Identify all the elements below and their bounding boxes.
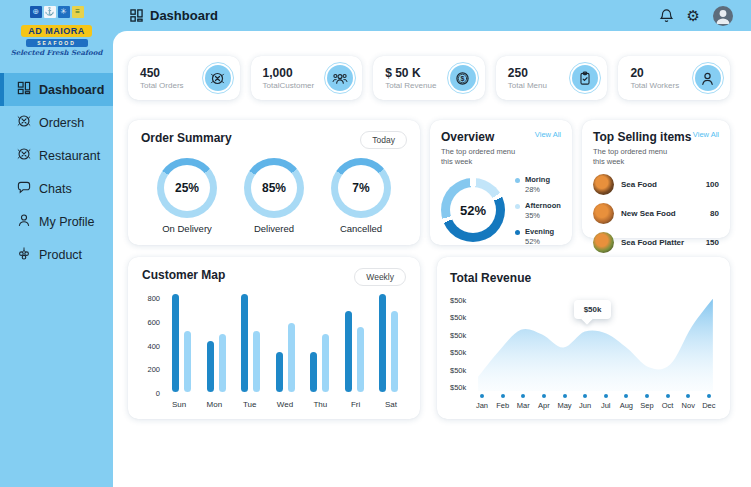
stat-text: 1,000TotalCustomer <box>263 66 315 91</box>
bar-primary <box>310 352 317 392</box>
bar-group-mon <box>207 334 226 392</box>
list-item[interactable]: New Sea Food80 <box>593 203 719 224</box>
sidebar-item-product[interactable]: Product <box>0 238 113 271</box>
sidebar-item-label: My Profile <box>39 215 95 229</box>
x-tick-label: Mar <box>517 401 530 410</box>
legend-label: Moring <box>525 175 550 185</box>
order-donut-delivered: 85%Delivered <box>244 158 304 234</box>
item-name: Sea Food <box>621 180 657 189</box>
x-tick-label: Feb <box>496 401 509 410</box>
gear-icon[interactable]: ⚙ <box>687 7 700 25</box>
y-tick-label: 400 <box>142 342 160 351</box>
profile-icon <box>17 213 31 230</box>
x-tick-label: Oct <box>662 401 674 410</box>
stat-value: 1,000 <box>263 66 315 81</box>
x-tick-label: Fri <box>344 400 368 409</box>
data-point-dot <box>645 394 649 398</box>
total-revenue-card: Total Revenue $50k$50k$50k$50k$50k$50k <box>437 257 730 419</box>
logo-title: AD MAIORA <box>21 25 92 37</box>
sidebar-item-ordersh[interactable]: Ordersh <box>0 106 113 139</box>
page-title-text: Dashboard <box>150 8 218 23</box>
month-feb: Feb <box>495 394 511 410</box>
revenue-y-axis: $50k$50k$50k$50k$50k$50k <box>450 292 474 392</box>
brand-logo: ⊕ ⚓ ✳ ≡ AD MAIORA SEAFOOD Selected Fresh… <box>0 0 113 57</box>
sidebar-item-restaurant[interactable]: Restaurant <box>0 139 113 172</box>
overview-subtitle: The top ordered menu this week <box>441 147 521 167</box>
legend-text: Afternoon35% <box>525 201 561 220</box>
top-selling-view-all-link[interactable]: View All <box>693 130 719 139</box>
bar-secondary <box>184 331 191 392</box>
bar-secondary <box>288 323 295 392</box>
menu-lines-icon: ≡ <box>72 6 84 18</box>
bar-group-sat <box>379 294 398 392</box>
donut-label: On Delivery <box>157 223 217 234</box>
x-tick-label: Nov <box>682 401 695 410</box>
list-item[interactable]: Sea Food100 <box>593 174 719 195</box>
sidebar-item-label: Product <box>39 248 82 262</box>
data-point-dot <box>624 394 628 398</box>
y-tick-label: $50k <box>450 296 474 305</box>
page-title: Dashboard <box>130 8 218 23</box>
sidebar-item-label: Ordersh <box>39 116 84 130</box>
svg-text:$: $ <box>461 75 465 83</box>
bar-secondary <box>357 327 364 392</box>
data-point-dot <box>542 394 546 398</box>
sidebar-item-my-profile[interactable]: My Profile <box>0 205 113 238</box>
data-point-dot <box>563 394 567 398</box>
stat-text: $ 50 KTotal Revenue <box>385 66 436 91</box>
stat-card-total-workers: 20Total Workers <box>618 56 730 100</box>
item-quantity: 80 <box>710 209 719 218</box>
legend-percent: 35% <box>525 211 561 220</box>
sidebar-item-chats[interactable]: Chats <box>0 172 113 205</box>
bar-primary <box>207 341 214 392</box>
overview-view-all-link[interactable]: View All <box>535 130 561 139</box>
main-content: 450Total Orders1,000TotalCustomer$ 50 KT… <box>113 31 751 487</box>
dollar-coin-icon: $ <box>450 65 476 91</box>
cards-row-3: Customer Map Weekly 8006004002000 SunMon… <box>128 257 730 419</box>
stat-card-total-menu: 250Total Menu <box>496 56 608 100</box>
donut-ring: 7% <box>331 158 391 218</box>
donut-ring: 85% <box>244 158 304 218</box>
y-tick-label: $50k <box>450 313 474 322</box>
bar-secondary <box>219 334 226 392</box>
legend-item-moring: Moring28% <box>515 175 561 194</box>
data-point-dot <box>666 394 670 398</box>
weekly-filter-button[interactable]: Weekly <box>354 268 406 286</box>
overview-card: Overview View All The top ordered menu t… <box>430 120 572 245</box>
product-icon <box>17 246 31 263</box>
legend-label: Afternoon <box>525 201 561 211</box>
x-tick-label: Dec <box>702 401 715 410</box>
y-tick-label: $50k <box>450 383 474 392</box>
x-tick-label: Wed <box>273 400 297 409</box>
stat-value: 250 <box>508 66 547 81</box>
x-tick-label: Sep <box>640 401 653 410</box>
sidebar-item-dashboard[interactable]: Dashboard <box>0 73 113 106</box>
bell-icon[interactable] <box>659 8 674 23</box>
today-filter-button[interactable]: Today <box>360 131 407 149</box>
stat-label: Total Menu <box>508 81 547 91</box>
avatar[interactable] <box>713 6 733 26</box>
sidebar-menu: DashboardOrdershRestaurantChatsMy Profil… <box>0 73 113 271</box>
bar-group-fri <box>345 311 364 392</box>
data-point-dot <box>707 394 711 398</box>
overview-donut-center: 52% <box>450 187 496 233</box>
x-tick-label: Thu <box>308 400 332 409</box>
donut-ring: 25% <box>157 158 217 218</box>
stat-label: Total Orders <box>140 81 184 91</box>
bar-primary <box>276 352 283 392</box>
y-tick-label: 800 <box>142 294 160 303</box>
donut-label: Delivered <box>244 223 304 234</box>
bar-group-sun <box>172 294 191 392</box>
customer-map-card: Customer Map Weekly 8006004002000 SunMon… <box>128 257 420 419</box>
revenue-chart: $50k$50k$50k$50k$50k$50k <box>450 292 717 410</box>
order-summary-donuts: 25%On Delivery85%Delivered7%Cancelled <box>141 158 407 234</box>
month-nov: Nov <box>680 394 696 410</box>
x-tick-label: May <box>557 401 571 410</box>
logo-subtitle: SEAFOOD <box>26 39 88 47</box>
stat-value: 20 <box>630 66 679 81</box>
legend-dot <box>515 204 520 209</box>
sidebar-item-label: Chats <box>39 182 72 196</box>
item-name: New Sea Food <box>621 209 676 218</box>
list-item[interactable]: Sea Food Platter150 <box>593 232 719 253</box>
legend-dot <box>515 230 520 235</box>
